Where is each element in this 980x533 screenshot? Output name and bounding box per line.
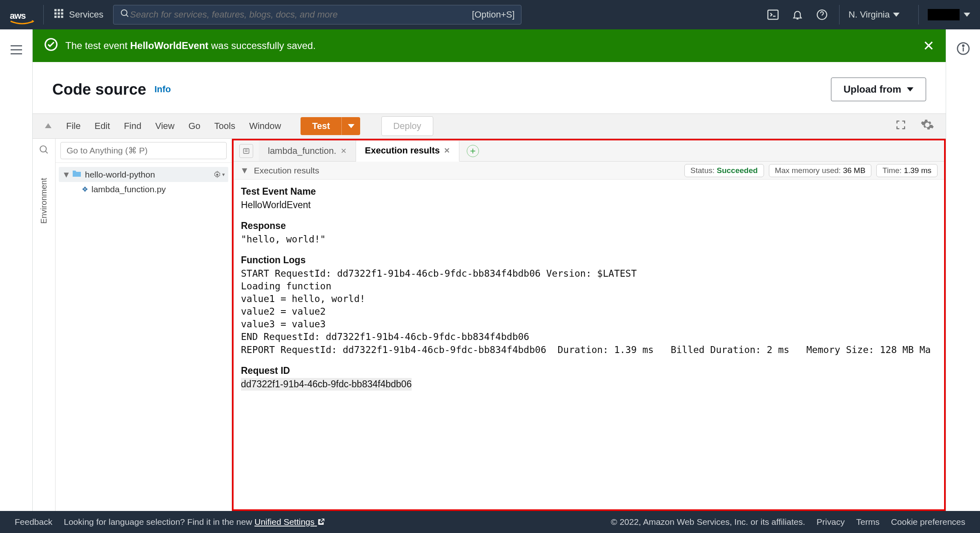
environment-tab[interactable]: Environment xyxy=(39,178,49,224)
svg-rect-3 xyxy=(61,9,63,11)
privacy-link[interactable]: Privacy xyxy=(817,517,845,527)
region-selector[interactable]: N. Virginia xyxy=(839,5,909,24)
svg-line-20 xyxy=(45,151,47,153)
svg-rect-9 xyxy=(61,16,63,18)
menu-go[interactable]: Go xyxy=(188,121,200,131)
chevron-down-icon xyxy=(893,13,900,17)
file-name: lambda_function.py xyxy=(91,184,166,194)
search-bar[interactable]: [Option+S] xyxy=(113,5,521,24)
right-panel-rail xyxy=(946,29,980,511)
left-panel-rail xyxy=(0,29,33,511)
fullscreen-icon[interactable] xyxy=(895,119,906,133)
unified-settings-link[interactable]: Unified Settings xyxy=(254,517,325,526)
python-file-icon: ❖ xyxy=(82,185,88,194)
function-logs: START RequestId: dd7322f1-91b4-46cb-9fdc… xyxy=(241,267,937,356)
goto-search-icon[interactable] xyxy=(39,144,49,158)
close-icon[interactable]: ✕ xyxy=(923,39,934,53)
menu-window[interactable]: Window xyxy=(249,121,281,131)
menu-view[interactable]: View xyxy=(155,121,174,131)
time-pill: Time: 1.39 ms xyxy=(876,164,938,177)
close-icon[interactable]: ✕ xyxy=(341,147,347,155)
add-tab-icon[interactable]: + xyxy=(467,145,479,157)
page-header: Code source Info Upload from xyxy=(33,62,946,113)
test-event-name-value: HelloWorldEvent xyxy=(241,199,937,211)
chevron-down-icon xyxy=(964,13,970,17)
memory-pill: Max memory used: 36 MB xyxy=(769,164,872,177)
chevron-down-icon xyxy=(907,87,913,91)
collapse-panel-icon[interactable] xyxy=(44,121,52,131)
svg-point-27 xyxy=(962,45,964,46)
success-check-icon xyxy=(44,38,58,54)
region-label: N. Virginia xyxy=(849,9,890,20)
menu-find[interactable]: Find xyxy=(124,121,141,131)
svg-rect-6 xyxy=(61,12,63,14)
response-value: "hello, world!" xyxy=(241,233,937,246)
results-status-bar: ▼ Execution results Status: Succeeded Ma… xyxy=(234,162,944,180)
info-icon[interactable] xyxy=(956,42,970,58)
search-icon xyxy=(120,9,130,21)
svg-rect-5 xyxy=(58,12,60,14)
info-link[interactable]: Info xyxy=(154,84,171,95)
tab-label: lambda_function. xyxy=(268,146,336,156)
terms-link[interactable]: Terms xyxy=(856,517,880,527)
menu-edit[interactable]: Edit xyxy=(94,121,110,131)
services-button[interactable]: Services xyxy=(53,8,103,21)
menu-file[interactable]: File xyxy=(66,121,80,131)
chevron-down-icon: ▼ xyxy=(62,170,69,180)
svg-point-21 xyxy=(216,173,218,175)
results-title: Execution results xyxy=(254,166,319,175)
deploy-button[interactable]: Deploy xyxy=(381,116,433,136)
hamburger-icon[interactable] xyxy=(9,44,23,58)
close-icon[interactable]: ✕ xyxy=(444,146,450,155)
editor-tabs: lambda_function. ✕ Execution results ✕ + xyxy=(234,140,944,162)
svg-rect-7 xyxy=(54,16,56,18)
success-banner: The test event HelloWorldEvent was succe… xyxy=(33,29,946,62)
svg-rect-8 xyxy=(58,16,60,18)
cookie-prefs-link[interactable]: Cookie preferences xyxy=(891,517,965,527)
feedback-link[interactable]: Feedback xyxy=(15,517,52,527)
account-name-redacted xyxy=(928,9,960,20)
ide-side-rail: Environment xyxy=(33,139,56,511)
aws-logo[interactable]: aws xyxy=(10,5,44,24)
tree-file[interactable]: ❖ lambda_function.py xyxy=(59,182,228,197)
top-nav: aws Services [Option+S] N. Virginia xyxy=(0,0,980,29)
tab-execution-results[interactable]: Execution results ✕ xyxy=(356,141,459,162)
request-id-value: dd7322f1-91b4-46cb-9fdc-bb834f4bdb06 xyxy=(241,378,937,391)
menu-tools[interactable]: Tools xyxy=(214,121,235,131)
grid-icon xyxy=(53,8,64,21)
help-icon[interactable] xyxy=(815,7,829,22)
svg-line-11 xyxy=(126,15,128,17)
upload-label: Upload from xyxy=(844,84,901,95)
svg-text:aws: aws xyxy=(10,11,26,21)
tab-lambda-function[interactable]: lambda_function. ✕ xyxy=(259,140,356,161)
footer-lang-text: Looking for language selection? Find it … xyxy=(64,517,325,527)
svg-point-10 xyxy=(121,10,127,16)
collapse-icon[interactable]: ▼ xyxy=(240,165,249,176)
page-title: Code source xyxy=(52,81,146,98)
svg-rect-12 xyxy=(768,10,778,20)
search-input[interactable] xyxy=(130,9,472,20)
tree-root[interactable]: ▼ hello-world-python ▾ xyxy=(59,167,228,182)
upload-from-button[interactable]: Upload from xyxy=(831,78,926,101)
section-heading: Test Event Name xyxy=(241,185,937,198)
svg-rect-4 xyxy=(54,12,56,14)
notifications-icon[interactable] xyxy=(790,7,805,22)
folder-settings-icon[interactable]: ▾ xyxy=(213,171,225,179)
footer-bar: Feedback Looking for language selection?… xyxy=(0,511,980,533)
svg-rect-1 xyxy=(54,9,56,11)
status-pill: Status: Succeeded xyxy=(684,164,764,177)
cloudshell-icon[interactable] xyxy=(766,7,780,22)
svg-marker-18 xyxy=(45,123,51,128)
gear-icon[interactable] xyxy=(920,118,934,134)
editor-panel-highlighted: lambda_function. ✕ Execution results ✕ +… xyxy=(232,139,946,511)
section-heading: Response xyxy=(241,220,937,232)
tab-history-icon[interactable] xyxy=(239,144,253,158)
execution-results-body: Test Event Name HelloWorldEvent Response… xyxy=(234,180,944,509)
test-label: Test xyxy=(301,121,341,131)
test-dropdown[interactable] xyxy=(341,117,360,135)
section-heading: Function Logs xyxy=(241,254,937,266)
account-menu[interactable] xyxy=(918,5,970,24)
banner-text: The test event HelloWorldEvent was succe… xyxy=(65,40,316,51)
test-button[interactable]: Test xyxy=(301,117,360,135)
goto-input[interactable] xyxy=(60,142,227,159)
